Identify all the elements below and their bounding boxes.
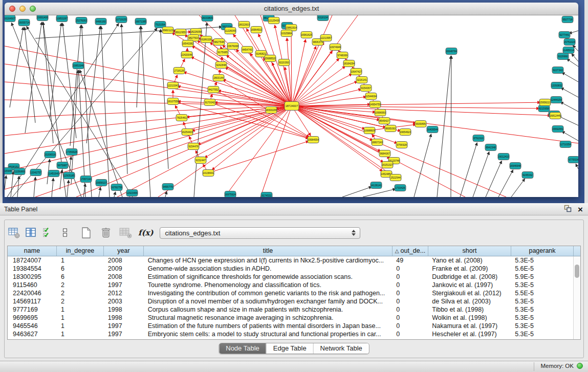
function-builder-icon[interactable]: f(x) [138,228,154,237]
graph-node-teal[interactable]: 16782759 [111,184,122,191]
graph-node-yellow[interactable]: 15958221 [539,99,551,106]
graph-node-teal[interactable]: 8215958 [538,105,550,112]
graph-node-yellow[interactable]: 9175685 [217,49,228,56]
graph-node-teal[interactable]: 20853346 [73,62,84,69]
graph-node-yellow[interactable]: 10974949 [330,44,341,51]
graph-node-yellow[interactable]: 10325864 [281,30,292,37]
graph-node-yellow[interactable]: 19654923 [400,129,411,136]
network-window-titlebar[interactable]: citations_edges.txt [5,3,578,15]
table-row[interactable]: 969969511998Structural magnetic resonanc… [8,314,573,322]
graph-node-teal[interactable]: 9455779 [162,184,173,190]
graph-node-yellow[interactable]: 22420046 [181,52,192,58]
graph-node-yellow[interactable]: 10996993 [375,110,386,116]
graph-node-yellow[interactable]: 8427552 [208,86,219,93]
graph-node-yellow[interactable]: 16254403 [182,129,193,136]
graph-node-yellow[interactable]: 16151327 [382,162,393,168]
close-icon[interactable]: × [578,205,583,214]
table-row[interactable]: 946554611997Estimation of the future num… [8,322,573,330]
graph-node-teal[interactable]: 9507718 [562,16,573,23]
graph-node-teal[interactable]: 9227343 [552,67,563,74]
graph-node-yellow[interactable]: 8912955 [175,29,186,36]
graph-node-teal[interactable]: 19958107 [96,180,107,186]
column-header-short[interactable]: short [428,246,511,256]
graph-node-teal[interactable]: 11495014 [563,47,574,54]
graph-node-yellow[interactable]: 10688609 [364,127,375,134]
graph-node-teal[interactable]: 1733426 [395,185,406,191]
column-header-name[interactable]: name [8,246,57,256]
graph-node-teal[interactable]: 9329966 [557,53,569,60]
graph-node-teal[interactable]: 6466160 [95,18,106,25]
graph-node-yellow[interactable]: 16812445 [550,113,561,119]
column-header-title[interactable]: title [144,246,393,256]
graph-node-yellow[interactable]: 9756928 [396,142,407,148]
scrollbar-thumb[interactable] [575,265,579,278]
graph-node-teal[interactable]: 16409544 [427,126,438,133]
graph-node-teal[interactable]: 10853287 [56,15,68,22]
graph-node-teal[interactable]: 17957243 [80,176,92,183]
table-settings-icon[interactable] [8,226,21,239]
graph-node-teal[interactable]: 14136141 [371,182,382,189]
graph-node-yellow[interactable]: 23676068 [227,43,238,50]
column-header-in-degree[interactable]: in_degree [57,246,104,256]
graph-node-teal[interactable]: 12444154 [551,97,562,103]
graph-node-yellow[interactable]: 11544694 [365,93,377,100]
column-header-pagerank[interactable]: pagerank [511,246,574,256]
graph-node-teal[interactable]: 11451943 [48,170,59,177]
graph-node-yellow[interactable]: 8220393 [278,59,290,66]
table-row[interactable]: 1830029562008Estimation of significance … [8,273,573,281]
graph-node-yellow[interactable]: 7825461 [176,115,187,121]
graph-node-teal[interactable]: 16671385 [135,18,146,25]
table-row[interactable]: 1872400712008Changes of HCN gene express… [8,256,573,265]
graph-node-yellow[interactable]: 18807243 [372,139,383,146]
graph-node-teal[interactable]: 8318104 [317,15,329,21]
graph-node-teal[interactable]: 8941548 [485,144,496,151]
graph-node-yellow[interactable]: 9827548 [213,39,225,46]
network-canvas[interactable]: 1616490719055724206914061085328715276063… [5,15,578,197]
graph-node-yellow[interactable]: 12125439 [268,17,279,24]
table-row[interactable]: 2242004622012Investigating the contribut… [8,289,573,297]
graph-node-teal[interactable]: 11156869 [14,168,25,175]
graph-node-yellow[interactable]: 9170042 [204,99,215,106]
float-panel-icon[interactable] [564,205,572,214]
table-row[interactable]: 977716911998Corpus callosum shape and si… [8,305,573,314]
graph-node-teal[interactable]: 9277441 [559,32,570,38]
tab-edge-table[interactable]: Edge Table [266,343,313,354]
graph-node-yellow[interactable]: 8960123 [162,27,173,34]
graph-node-teal[interactable]: 15276063 [76,17,87,24]
graph-node-yellow[interactable]: 8695093 [385,125,396,132]
graph-node-yellow[interactable]: 3216141 [356,77,367,83]
graph-node-teal[interactable]: 9174532 [261,192,272,198]
graph-node-teal[interactable]: 20691406 [37,15,48,21]
graph-node-yellow[interactable]: 18164294 [343,60,355,67]
graph-node-yellow[interactable]: 18022603 [238,21,250,28]
graph-node-yellow[interactable]: 12213343 [167,82,179,89]
graph-node-yellow[interactable]: 11226065 [225,28,236,34]
tab-network-table[interactable]: Network Table [313,343,369,354]
graph-node-teal[interactable]: 15751024 [564,39,575,46]
graph-node-teal[interactable]: 3915948 [5,168,12,174]
graph-node-teal[interactable]: 15692951 [552,126,563,133]
table-row[interactable]: 1938455462009Genome-wide association stu… [8,265,573,273]
graph-node-yellow[interactable]: 12213957 [320,35,332,41]
graph-node-yellow[interactable]: 2522544 [390,174,401,181]
graph-node-teal[interactable]: 16975924 [225,191,236,198]
graph-node-yellow[interactable]: 2803144 [213,75,224,81]
graph-node-yellow[interactable]: 16543382 [182,40,193,47]
table-vertical-scrollbar[interactable] [573,256,580,339]
graph-node-yellow[interactable]: 16964910 [251,27,262,33]
select-rows-icon[interactable] [41,226,55,239]
graph-node-teal[interactable]: 16648784 [446,48,457,55]
row-height-icon[interactable] [58,226,72,239]
graph-node-teal[interactable]: 16164907 [5,15,15,22]
graph-node-yellow[interactable]: 9154476 [188,143,199,150]
table-row[interactable]: 911546021997Tourette syndrome. Phenomeno… [8,281,573,289]
graph-node-teal[interactable]: 17359928 [66,149,77,156]
graph-node-yellow[interactable]: 8549427 [379,118,390,124]
graph-node-teal[interactable]: 12505185 [63,172,75,179]
table-selector-dropdown[interactable]: citations_edges.txt [160,227,360,239]
graph-node-yellow[interactable]: 9684067 [379,150,390,157]
graph-node-teal[interactable]: 9245042 [522,172,533,179]
column-header-year[interactable]: year [104,246,144,256]
graph-node-yellow[interactable]: 9154067 [360,85,372,92]
graph-node-teal[interactable]: 12710354 [560,141,571,148]
